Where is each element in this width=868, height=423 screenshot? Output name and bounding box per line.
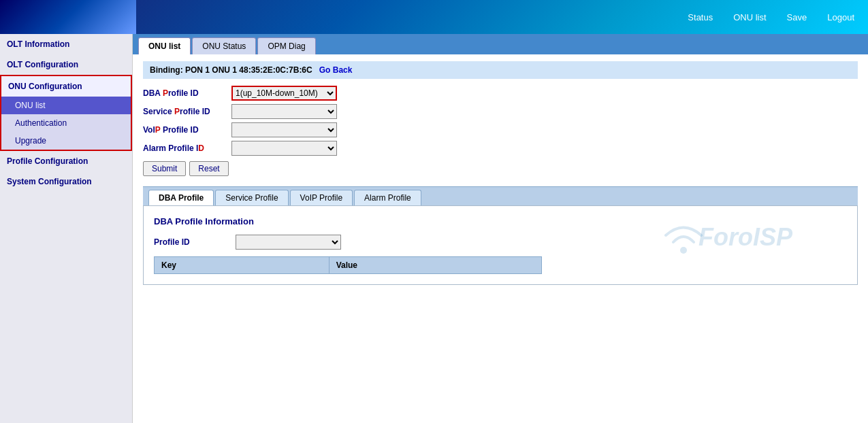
sidebar: OLT Information OLT Configuration ONU Co… [0, 34, 133, 423]
sidebar-item-olt-information[interactable]: OLT Information [0, 34, 132, 54]
form-buttons: Submit Reset [143, 161, 858, 176]
profile-tabs-bar: DBA Profile Service Profile VoIP Profile… [143, 186, 858, 205]
profile-tab-service[interactable]: Service Profile [215, 190, 288, 205]
col-key: Key [155, 257, 329, 274]
submit-button[interactable]: Submit [143, 161, 186, 176]
binding-form: DBA Profile ID 1(up_10M-down_10M) Servic… [143, 86, 858, 176]
layout: OLT Information OLT Configuration ONU Co… [0, 34, 868, 423]
onu-config-group: ONU Configuration ONU list Authenticatio… [0, 75, 132, 151]
binding-text: Binding: PON 1 ONU 1 48:35:2E:0C:7B:6C [150, 65, 312, 75]
voip-profile-id-select[interactable] [231, 122, 337, 137]
alarm-profile-id-select[interactable] [231, 141, 337, 156]
alarm-profile-row: Alarm Profile ID [143, 141, 858, 156]
profile-section: DBA Profile Service Profile VoIP Profile… [143, 186, 858, 285]
profile-id-select[interactable] [236, 235, 341, 250]
profile-id-label: Profile ID [154, 237, 236, 247]
profile-tab-dba[interactable]: DBA Profile [148, 190, 214, 205]
profile-tab-voip[interactable]: VoIP Profile [290, 190, 353, 205]
profile-content-area: ForoISP DBA Profile Information Profile … [143, 205, 858, 285]
dba-profile-id-select[interactable]: 1(up_10M-down_10M) [231, 86, 337, 101]
sidebar-item-profile-configuration[interactable]: Profile Configuration [0, 151, 132, 171]
voip-profile-id-label: VoIP Profile ID [143, 125, 231, 135]
profile-inner: ForoISP DBA Profile Information Profile … [154, 216, 847, 274]
reset-button[interactable]: Reset [189, 161, 228, 176]
header-nav: Status ONU list Save Logout [688, 12, 854, 22]
col-value: Value [329, 257, 541, 274]
header-bg-decoration [0, 0, 136, 34]
go-back-link[interactable]: Go Back [319, 65, 353, 75]
voip-profile-row: VoIP Profile ID [143, 122, 858, 137]
alarm-profile-id-label: Alarm Profile ID [143, 143, 231, 153]
foro-isp-watermark: ForoISP [698, 223, 792, 252]
logout-link[interactable]: Logout [827, 12, 854, 22]
sidebar-item-onu-configuration[interactable]: ONU Configuration [1, 76, 131, 97]
sidebar-sub-upgrade[interactable]: Upgrade [1, 132, 131, 150]
sidebar-item-olt-configuration[interactable]: OLT Configuration [0, 54, 132, 75]
sidebar-sub-authentication[interactable]: Authentication [1, 114, 131, 132]
service-profile-id-label: Service Profile ID [143, 107, 231, 116]
dba-profile-id-label: DBA Profile ID [143, 88, 231, 98]
tab-opm-diag[interactable]: OPM Diag [257, 37, 315, 54]
main-content: ONU list ONU Status OPM Diag Binding: PO… [133, 34, 868, 423]
save-link[interactable]: Save [787, 12, 807, 22]
header: Status ONU list Save Logout [0, 0, 868, 34]
dba-profile-row: DBA Profile ID 1(up_10M-down_10M) [143, 86, 858, 101]
status-link[interactable]: Status [688, 12, 713, 22]
sidebar-sub-onu-list[interactable]: ONU list [1, 97, 131, 114]
binding-bar: Binding: PON 1 ONU 1 48:35:2E:0C:7B:6C G… [143, 61, 858, 79]
top-tabs-bar: ONU list ONU Status OPM Diag [133, 34, 868, 54]
content-area: Binding: PON 1 ONU 1 48:35:2E:0C:7B:6C G… [133, 54, 868, 292]
service-profile-id-select[interactable] [231, 104, 337, 119]
dba-info-table: Key Value [154, 256, 542, 274]
table-header-row: Key Value [155, 257, 542, 274]
tab-onu-status[interactable]: ONU Status [192, 37, 256, 54]
profile-tab-alarm[interactable]: Alarm Profile [354, 190, 421, 205]
tab-onu-list[interactable]: ONU list [138, 37, 191, 54]
sidebar-item-system-configuration[interactable]: System Configuration [0, 171, 132, 192]
service-profile-row: Service Profile ID [143, 104, 858, 119]
onu-list-link[interactable]: ONU list [733, 12, 766, 22]
